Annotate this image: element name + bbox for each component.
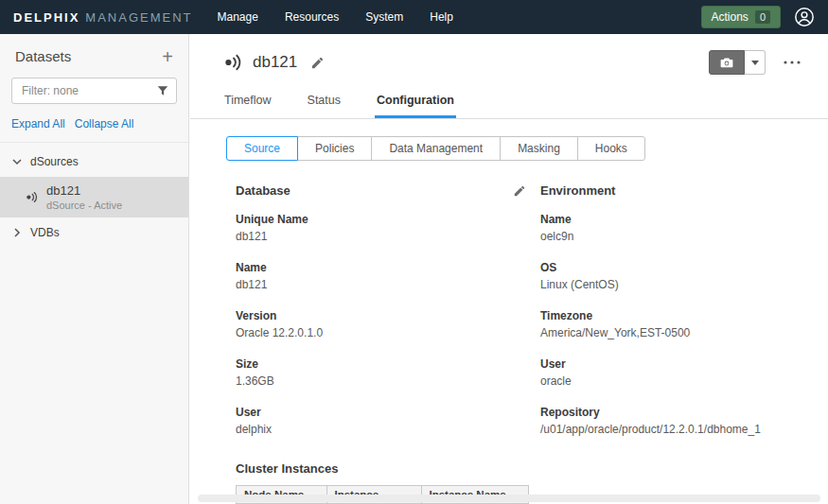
- filter-funnel-icon[interactable]: [156, 84, 169, 97]
- filter-input[interactable]: [11, 78, 177, 104]
- menu-item-resources[interactable]: Resources: [285, 10, 339, 24]
- dsources-label: dSources: [30, 155, 79, 168]
- snapshot-camera-button[interactable]: [709, 50, 745, 75]
- actions-button-label: Actions: [712, 10, 749, 24]
- field-value: /u01/app/oracle/product/12.2.0.1/dbhome_…: [540, 423, 805, 436]
- field-os: OS Linux (CentOS): [540, 261, 805, 291]
- top-navbar: DELPHIX MANAGEMENT Manage Resources Syst…: [0, 0, 828, 34]
- field-name: Name db121: [236, 261, 526, 291]
- navbar-right: Actions 0: [701, 6, 815, 28]
- tab-configuration[interactable]: Configuration: [375, 90, 456, 118]
- field-env-user: User oracle: [540, 357, 805, 388]
- field-value: oracle: [540, 374, 805, 388]
- menu-item-system[interactable]: System: [365, 10, 403, 24]
- header-buttons: [709, 50, 805, 75]
- horizontal-scrollbar[interactable]: [198, 495, 820, 502]
- subtab-bar: Source Policies Data Management Masking …: [190, 119, 828, 161]
- field-value: America/New_York,EST-0500: [540, 326, 805, 339]
- edit-title-pencil-icon[interactable]: [310, 56, 325, 70]
- field-label: Size: [236, 357, 526, 371]
- expand-all-link[interactable]: Expand All: [11, 117, 65, 130]
- field-timezone: Timezone America/New_York,EST-0500: [540, 309, 805, 339]
- caret-down-icon: [751, 61, 759, 65]
- main-menu: Manage Resources System Help: [218, 10, 453, 24]
- datasets-sidebar: Datasets + Expand All Collapse All dSour…: [0, 34, 189, 504]
- app-window: DELPHIX MANAGEMENT Manage Resources Syst…: [0, 0, 828, 504]
- field-label: Repository: [540, 406, 805, 419]
- field-value: Oracle 12.2.0.1.0: [236, 326, 526, 339]
- field-label: Unique Name: [236, 213, 526, 226]
- chevron-right-icon: [11, 227, 23, 238]
- field-env-name: Name oelc9n: [540, 213, 805, 243]
- camera-icon: [718, 54, 735, 71]
- subtab-hooks[interactable]: Hooks: [577, 136, 645, 161]
- dsource-icon: [25, 190, 39, 204]
- sidebar-header: Datasets +: [0, 34, 188, 74]
- field-label: Version: [236, 309, 526, 322]
- tree-links: Expand All Collapse All: [0, 104, 188, 142]
- environment-heading-row: Environment: [540, 183, 805, 198]
- chevron-down-icon: [11, 156, 23, 167]
- vdbs-label: VDBs: [30, 226, 60, 239]
- edit-database-pencil-icon[interactable]: [513, 184, 526, 198]
- subtab-data-management[interactable]: Data Management: [371, 136, 501, 161]
- field-label: Name: [236, 261, 526, 274]
- sidebar-title: Datasets: [15, 48, 71, 64]
- database-heading: Database: [236, 183, 291, 198]
- page-header: db121: [190, 34, 828, 75]
- page-title: db121: [253, 53, 297, 72]
- tree-item-name: db121: [46, 183, 122, 198]
- filter-field-wrap: [11, 78, 177, 104]
- field-value: db121: [236, 230, 526, 243]
- datasets-tree: dSources db121 dSource - Active: [0, 142, 188, 248]
- field-label: Name: [540, 213, 805, 226]
- tab-timeflow[interactable]: Timeflow: [222, 90, 273, 118]
- field-db-user: User delphix: [236, 406, 526, 436]
- subtab-source[interactable]: Source: [226, 136, 298, 161]
- field-value: Linux (CentOS): [540, 278, 805, 291]
- field-value: oelc9n: [540, 230, 805, 243]
- more-options-icon: [783, 60, 802, 65]
- subtab-policies[interactable]: Policies: [297, 136, 372, 161]
- field-label: User: [540, 357, 805, 371]
- field-label: OS: [540, 261, 805, 274]
- brand-management: MANAGEMENT: [85, 10, 192, 25]
- main-panel: db121: [190, 34, 828, 504]
- add-dataset-button[interactable]: +: [162, 49, 173, 64]
- tree-item-db121[interactable]: db121 dSource - Active: [0, 177, 188, 217]
- field-value: delphix: [236, 423, 526, 436]
- brand-logo: DELPHIX MANAGEMENT: [13, 10, 193, 25]
- configuration-content: Database Unique Name db121 Name db121 Ve…: [190, 161, 828, 504]
- actions-count-badge: 0: [755, 10, 770, 24]
- cluster-instances-heading: Cluster Instances: [236, 461, 526, 476]
- field-label: User: [236, 406, 526, 419]
- field-label: Timezone: [540, 309, 805, 322]
- field-version: Version Oracle 12.2.0.1.0: [236, 309, 526, 339]
- actions-button[interactable]: Actions 0: [701, 6, 781, 28]
- field-value: db121: [236, 278, 526, 291]
- tab-bar: Timeflow Status Configuration: [190, 75, 828, 119]
- tree-item-text: db121 dSource - Active: [46, 183, 122, 211]
- field-value: 1.36GB: [236, 374, 526, 388]
- field-repository: Repository /u01/app/oracle/product/12.2.…: [540, 406, 805, 436]
- user-avatar-icon[interactable]: [794, 7, 815, 27]
- snapshot-dropdown-button[interactable]: [745, 50, 766, 75]
- tree-item-status: dSource - Active: [46, 200, 122, 211]
- collapse-all-link[interactable]: Collapse All: [75, 117, 134, 130]
- more-options-button[interactable]: [779, 50, 805, 75]
- field-size: Size 1.36GB: [236, 357, 526, 388]
- tree-node-dsources[interactable]: dSources: [0, 147, 188, 177]
- tree-node-vdbs[interactable]: VDBs: [0, 217, 188, 248]
- menu-item-help[interactable]: Help: [430, 10, 453, 24]
- environment-section: Environment Name oelc9n OS Linux (CentOS…: [540, 183, 805, 504]
- database-heading-row: Database: [236, 183, 526, 198]
- field-unique-name: Unique Name db121: [236, 213, 526, 243]
- environment-heading: Environment: [540, 183, 615, 198]
- subtab-masking[interactable]: Masking: [500, 136, 578, 161]
- dsource-icon: [222, 52, 243, 73]
- tab-status[interactable]: Status: [306, 90, 343, 118]
- database-section: Database Unique Name db121 Name db121 Ve…: [236, 183, 526, 504]
- menu-item-manage[interactable]: Manage: [218, 10, 258, 24]
- brand-delphix: DELPHIX: [13, 10, 79, 25]
